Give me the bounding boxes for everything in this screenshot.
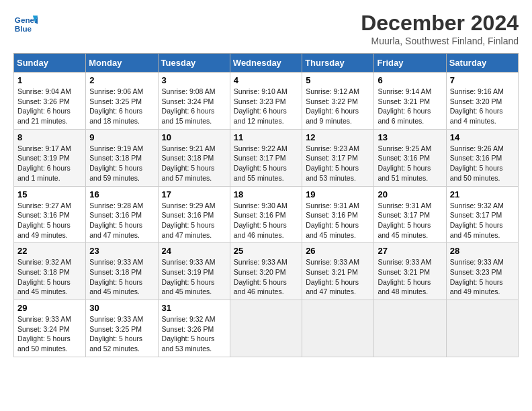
day-number: 1 bbox=[17, 75, 82, 85]
weekday-header: Thursday bbox=[302, 54, 374, 73]
calendar-week: 8Sunrise: 9:17 AMSunset: 3:19 PMDaylight… bbox=[14, 129, 519, 186]
day-info: Sunrise: 9:33 AMSunset: 3:20 PMDaylight:… bbox=[234, 257, 298, 297]
day-info: Sunrise: 9:31 AMSunset: 3:17 PMDaylight:… bbox=[378, 201, 442, 240]
calendar-cell bbox=[230, 300, 302, 357]
day-number: 4 bbox=[234, 75, 298, 85]
day-number: 13 bbox=[378, 132, 442, 142]
day-info: Sunrise: 9:08 AMSunset: 3:24 PMDaylight:… bbox=[162, 87, 226, 126]
calendar-cell: 11Sunrise: 9:22 AMSunset: 3:17 PMDayligh… bbox=[230, 129, 302, 186]
day-number: 14 bbox=[450, 132, 515, 142]
page-header: General Blue December 2024 Muurla, South… bbox=[13, 11, 519, 46]
calendar-cell: 24Sunrise: 9:33 AMSunset: 3:19 PMDayligh… bbox=[158, 243, 230, 300]
calendar-cell: 13Sunrise: 9:25 AMSunset: 3:16 PMDayligh… bbox=[374, 129, 446, 186]
logo: General Blue bbox=[13, 11, 38, 35]
day-number: 31 bbox=[162, 303, 226, 313]
weekday-header: Friday bbox=[374, 54, 446, 73]
day-info: Sunrise: 9:12 AMSunset: 3:22 PMDaylight:… bbox=[306, 87, 370, 126]
calendar-cell: 29Sunrise: 9:33 AMSunset: 3:24 PMDayligh… bbox=[14, 300, 86, 357]
day-number: 15 bbox=[17, 189, 82, 199]
day-number: 23 bbox=[89, 246, 154, 256]
calendar-cell: 21Sunrise: 9:32 AMSunset: 3:17 PMDayligh… bbox=[446, 186, 518, 243]
calendar-cell: 25Sunrise: 9:33 AMSunset: 3:20 PMDayligh… bbox=[230, 243, 302, 300]
day-number: 8 bbox=[17, 132, 82, 142]
calendar-cell: 2Sunrise: 9:06 AMSunset: 3:25 PMDaylight… bbox=[86, 73, 158, 130]
day-info: Sunrise: 9:10 AMSunset: 3:23 PMDaylight:… bbox=[234, 87, 298, 126]
calendar-week: 22Sunrise: 9:32 AMSunset: 3:18 PMDayligh… bbox=[14, 243, 519, 300]
day-number: 30 bbox=[89, 303, 154, 313]
calendar-cell: 20Sunrise: 9:31 AMSunset: 3:17 PMDayligh… bbox=[374, 186, 446, 243]
calendar-cell: 12Sunrise: 9:23 AMSunset: 3:17 PMDayligh… bbox=[302, 129, 374, 186]
day-info: Sunrise: 9:32 AMSunset: 3:18 PMDaylight:… bbox=[17, 257, 82, 297]
day-info: Sunrise: 9:30 AMSunset: 3:16 PMDaylight:… bbox=[234, 201, 298, 240]
title-block: December 2024 Muurla, Southwest Finland,… bbox=[361, 11, 519, 46]
day-number: 25 bbox=[234, 246, 298, 256]
day-info: Sunrise: 9:06 AMSunset: 3:25 PMDaylight:… bbox=[89, 87, 154, 126]
weekday-header: Monday bbox=[86, 54, 158, 73]
day-number: 18 bbox=[234, 189, 298, 199]
calendar-cell bbox=[446, 300, 518, 357]
day-info: Sunrise: 9:29 AMSunset: 3:16 PMDaylight:… bbox=[162, 201, 226, 240]
day-info: Sunrise: 9:28 AMSunset: 3:16 PMDaylight:… bbox=[89, 201, 154, 240]
day-number: 11 bbox=[234, 132, 298, 142]
page-title: December 2024 bbox=[361, 11, 519, 36]
day-info: Sunrise: 9:33 AMSunset: 3:21 PMDaylight:… bbox=[306, 257, 370, 297]
calendar-cell: 4Sunrise: 9:10 AMSunset: 3:23 PMDaylight… bbox=[230, 73, 302, 130]
page-subtitle: Muurla, Southwest Finland, Finland bbox=[361, 36, 519, 46]
calendar-cell bbox=[302, 300, 374, 357]
calendar-cell: 6Sunrise: 9:14 AMSunset: 3:21 PMDaylight… bbox=[374, 73, 446, 130]
day-info: Sunrise: 9:14 AMSunset: 3:21 PMDaylight:… bbox=[378, 87, 442, 126]
calendar-week: 29Sunrise: 9:33 AMSunset: 3:24 PMDayligh… bbox=[14, 300, 519, 357]
calendar-cell: 8Sunrise: 9:17 AMSunset: 3:19 PMDaylight… bbox=[14, 129, 86, 186]
day-info: Sunrise: 9:33 AMSunset: 3:23 PMDaylight:… bbox=[450, 257, 515, 297]
calendar-cell: 14Sunrise: 9:26 AMSunset: 3:16 PMDayligh… bbox=[446, 129, 518, 186]
day-number: 16 bbox=[89, 189, 154, 199]
day-number: 21 bbox=[450, 189, 515, 199]
day-number: 2 bbox=[89, 75, 154, 85]
day-info: Sunrise: 9:33 AMSunset: 3:18 PMDaylight:… bbox=[89, 257, 154, 297]
calendar-cell: 10Sunrise: 9:21 AMSunset: 3:18 PMDayligh… bbox=[158, 129, 230, 186]
day-number: 20 bbox=[378, 189, 442, 199]
day-number: 22 bbox=[17, 246, 82, 256]
calendar-cell: 17Sunrise: 9:29 AMSunset: 3:16 PMDayligh… bbox=[158, 186, 230, 243]
calendar-cell: 16Sunrise: 9:28 AMSunset: 3:16 PMDayligh… bbox=[86, 186, 158, 243]
day-info: Sunrise: 9:16 AMSunset: 3:20 PMDaylight:… bbox=[450, 87, 515, 126]
day-info: Sunrise: 9:32 AMSunset: 3:26 PMDaylight:… bbox=[162, 314, 226, 354]
calendar-cell: 9Sunrise: 9:19 AMSunset: 3:18 PMDaylight… bbox=[86, 129, 158, 186]
calendar-cell: 23Sunrise: 9:33 AMSunset: 3:18 PMDayligh… bbox=[86, 243, 158, 300]
day-number: 24 bbox=[162, 246, 226, 256]
weekday-header: Wednesday bbox=[230, 54, 302, 73]
calendar-week: 1Sunrise: 9:04 AMSunset: 3:26 PMDaylight… bbox=[14, 73, 519, 130]
weekday-header: Sunday bbox=[14, 54, 86, 73]
day-info: Sunrise: 9:33 AMSunset: 3:24 PMDaylight:… bbox=[17, 314, 82, 354]
calendar-cell: 27Sunrise: 9:33 AMSunset: 3:21 PMDayligh… bbox=[374, 243, 446, 300]
day-info: Sunrise: 9:25 AMSunset: 3:16 PMDaylight:… bbox=[378, 144, 442, 183]
day-number: 6 bbox=[378, 75, 442, 85]
calendar-cell bbox=[374, 300, 446, 357]
calendar-week: 15Sunrise: 9:27 AMSunset: 3:16 PMDayligh… bbox=[14, 186, 519, 243]
day-info: Sunrise: 9:17 AMSunset: 3:19 PMDaylight:… bbox=[17, 144, 82, 183]
svg-text:Blue: Blue bbox=[15, 24, 32, 33]
calendar-cell: 5Sunrise: 9:12 AMSunset: 3:22 PMDaylight… bbox=[302, 73, 374, 130]
day-info: Sunrise: 9:21 AMSunset: 3:18 PMDaylight:… bbox=[162, 144, 226, 183]
day-number: 28 bbox=[450, 246, 515, 256]
calendar-cell: 28Sunrise: 9:33 AMSunset: 3:23 PMDayligh… bbox=[446, 243, 518, 300]
day-info: Sunrise: 9:33 AMSunset: 3:19 PMDaylight:… bbox=[162, 257, 226, 297]
calendar-table: SundayMondayTuesdayWednesdayThursdayFrid… bbox=[13, 53, 519, 357]
calendar-cell: 31Sunrise: 9:32 AMSunset: 3:26 PMDayligh… bbox=[158, 300, 230, 357]
day-info: Sunrise: 9:32 AMSunset: 3:17 PMDaylight:… bbox=[450, 201, 515, 240]
day-info: Sunrise: 9:27 AMSunset: 3:16 PMDaylight:… bbox=[17, 201, 82, 240]
day-info: Sunrise: 9:26 AMSunset: 3:16 PMDaylight:… bbox=[450, 144, 515, 183]
day-number: 27 bbox=[378, 246, 442, 256]
calendar-cell: 19Sunrise: 9:31 AMSunset: 3:16 PMDayligh… bbox=[302, 186, 374, 243]
day-info: Sunrise: 9:31 AMSunset: 3:16 PMDaylight:… bbox=[306, 201, 370, 240]
calendar-cell: 1Sunrise: 9:04 AMSunset: 3:26 PMDaylight… bbox=[14, 73, 86, 130]
calendar-cell: 22Sunrise: 9:32 AMSunset: 3:18 PMDayligh… bbox=[14, 243, 86, 300]
day-number: 10 bbox=[162, 132, 226, 142]
calendar-cell: 18Sunrise: 9:30 AMSunset: 3:16 PMDayligh… bbox=[230, 186, 302, 243]
calendar-cell: 30Sunrise: 9:33 AMSunset: 3:25 PMDayligh… bbox=[86, 300, 158, 357]
calendar-cell: 26Sunrise: 9:33 AMSunset: 3:21 PMDayligh… bbox=[302, 243, 374, 300]
day-number: 7 bbox=[450, 75, 515, 85]
weekday-header: Tuesday bbox=[158, 54, 230, 73]
calendar-cell: 3Sunrise: 9:08 AMSunset: 3:24 PMDaylight… bbox=[158, 73, 230, 130]
day-number: 17 bbox=[162, 189, 226, 199]
